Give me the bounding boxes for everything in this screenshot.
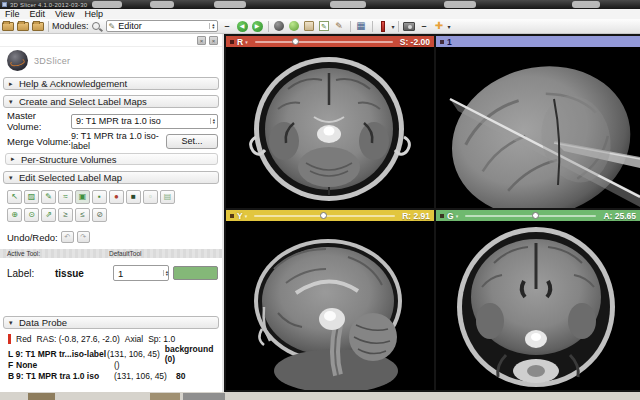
probe-spacing: Sp: 1.0: [148, 334, 175, 344]
editor-module-button[interactable]: ✎: [318, 21, 331, 32]
merge-volume-value: 9: T1 MPR tra 1.0 iso-label: [71, 131, 166, 151]
collapsed-arrow-icon: ▸: [9, 80, 15, 88]
main-toolbar: Modules: ✎ Editor ▴▾ – ◀ ▶ ✎ ✎ ▦ ▾ – ✚ ▾: [0, 19, 640, 34]
pushpin-icon[interactable]: [440, 40, 444, 44]
identify-islands-button[interactable]: ▪: [92, 190, 107, 204]
annotation-button[interactable]: ✎: [333, 21, 346, 32]
paint-effect-button[interactable]: ▨: [24, 190, 39, 204]
redo-button[interactable]: ↷: [77, 231, 90, 243]
volumes-module-button[interactable]: [303, 21, 316, 32]
crosshair-button[interactable]: [377, 21, 390, 32]
label-number-spinbox[interactable]: 1 ▴▾: [113, 265, 169, 281]
create-select-labelmaps-section-header[interactable]: ▾ Create and Select Label Maps: [3, 95, 219, 108]
green-slice-controller-bar[interactable]: G ▾ A: 25.65: [436, 210, 640, 221]
slicer-logo-row: 3DSlicer: [0, 47, 222, 74]
green-view-label: G: [447, 211, 454, 221]
grow-cut-effect-button[interactable]: ▤: [160, 190, 175, 204]
toolbar-separator: [350, 21, 351, 32]
titlebar-decoration: [444, 1, 476, 8]
combobox-spinner-icon[interactable]: ▴▾: [209, 23, 214, 29]
undo-button[interactable]: ↶: [61, 231, 74, 243]
extensions-menu-caret-icon[interactable]: ▾: [448, 23, 451, 30]
threshold-above-button[interactable]: ≥: [58, 208, 73, 222]
view-menu-caret-icon[interactable]: ▾: [456, 213, 459, 219]
red-slice-viewport[interactable]: R ▾ S: -2.00: [226, 36, 434, 208]
menu-view[interactable]: View: [50, 9, 79, 19]
dilate-effect-button[interactable]: ⊙: [24, 208, 39, 222]
undock-panel-icon[interactable]: ×: [209, 36, 218, 45]
load-data-button[interactable]: [1, 21, 14, 32]
probe-ras-coords: RAS: (-0.8, 27.6, -2.0): [37, 334, 120, 344]
green-slice-offset-slider[interactable]: [465, 215, 596, 217]
change-label-button[interactable]: ⊘: [92, 208, 107, 222]
spinbox-arrows-icon[interactable]: ▴▾: [163, 270, 168, 276]
data-module-button[interactable]: [288, 21, 301, 32]
menu-help[interactable]: Help: [79, 9, 108, 19]
undo-redo-row: Undo/Redo: ↶ ↷: [7, 231, 222, 243]
editor-tools-row-1: ↖ ▨ ✎ ≈ ▣ ▪ ● ■ ▫ ▤: [7, 190, 222, 204]
wand-effect-button[interactable]: ⇗: [41, 208, 56, 222]
view-menu-caret-icon[interactable]: ▾: [245, 39, 248, 45]
yellow-slice-offset-slider[interactable]: [254, 215, 395, 217]
rectangle-effect-button[interactable]: ▣: [75, 190, 90, 204]
status-bar: [0, 392, 640, 400]
yellow-slice-viewport[interactable]: Y ▾ R: 2.91: [226, 210, 434, 390]
extensions-button[interactable]: ✚: [433, 21, 446, 32]
threeD-render-image[interactable]: [436, 47, 640, 208]
coronal-slice-image[interactable]: [436, 221, 640, 390]
default-tool-button[interactable]: ↖: [7, 190, 22, 204]
save-island-button[interactable]: ▫: [143, 190, 158, 204]
slider-handle[interactable]: [320, 212, 327, 219]
menu-file[interactable]: File: [0, 9, 25, 19]
level-tracing-effect-button[interactable]: ≈: [58, 190, 73, 204]
set-merge-volume-button[interactable]: Set...: [166, 134, 218, 149]
threshold-below-button[interactable]: ≤: [75, 208, 90, 222]
label-number-value: 1: [118, 268, 163, 279]
module-selector-combobox[interactable]: ✎ Editor ▴▾: [106, 20, 218, 32]
pushpin-icon[interactable]: [230, 40, 234, 44]
edit-labelmap-section-header[interactable]: ▾ Edit Selected Label Map: [3, 171, 219, 184]
module-forward-button[interactable]: ▶: [251, 21, 264, 32]
home-module-button[interactable]: [273, 21, 286, 32]
menu-edit[interactable]: Edit: [25, 9, 51, 19]
scene-views-button[interactable]: –: [418, 21, 431, 32]
combobox-spinner-icon[interactable]: ▴▾: [210, 118, 215, 124]
axial-slice-image[interactable]: [226, 47, 434, 208]
save-data-button[interactable]: [31, 21, 44, 32]
red-slice-offset-slider[interactable]: [255, 41, 393, 43]
change-island-button[interactable]: ●: [109, 190, 124, 204]
sagittal-slice-image[interactable]: [226, 221, 434, 390]
module-back-button[interactable]: ◀: [236, 21, 249, 32]
layout-selector-button[interactable]: ▦: [355, 21, 368, 32]
module-history-button[interactable]: –: [221, 21, 234, 32]
screenshot-button[interactable]: [403, 21, 416, 32]
module-search-button[interactable]: [90, 21, 103, 32]
master-volume-combobox[interactable]: 9: T1 MPR tra 1.0 iso ▴▾: [71, 114, 218, 129]
threeD-view-controller-bar[interactable]: 1: [436, 36, 640, 47]
remove-islands-button[interactable]: ■: [126, 190, 141, 204]
pin-panel-icon[interactable]: ×: [197, 36, 206, 45]
crosshair-menu-caret-icon[interactable]: ▾: [392, 23, 395, 30]
view-menu-caret-icon[interactable]: ▾: [245, 213, 248, 219]
erode-effect-button[interactable]: ⊕: [7, 208, 22, 222]
titlebar-decoration: [330, 1, 366, 8]
red-view-label: R: [237, 37, 243, 47]
pushpin-icon[interactable]: [440, 214, 444, 218]
pushpin-icon[interactable]: [230, 214, 234, 218]
load-dicom-button[interactable]: [16, 21, 29, 32]
red-slice-controller-bar[interactable]: R ▾ S: -2.00: [226, 36, 434, 47]
label-color-swatch[interactable]: [173, 266, 218, 280]
slider-handle[interactable]: [532, 212, 539, 219]
help-acknowledgement-section-header[interactable]: ▸ Help & Acknowledgement: [3, 77, 219, 90]
load-data-icon: [2, 22, 14, 31]
slider-handle[interactable]: [292, 38, 299, 45]
window-titlebar[interactable]: 3D Slicer 4.1.0-2012-03-30: [0, 0, 640, 9]
green-slice-viewport[interactable]: G ▾ A: 25.65: [436, 210, 640, 390]
threeD-view-label: 1: [447, 37, 452, 47]
threeD-viewport[interactable]: 1: [436, 36, 640, 208]
probe-layer-table: L 9: T1 MPR tr...iso-label (131, 106, 45…: [8, 348, 222, 381]
data-probe-section-header[interactable]: ▾ Data Probe: [3, 316, 219, 329]
draw-effect-button[interactable]: ✎: [41, 190, 56, 204]
yellow-slice-controller-bar[interactable]: Y ▾ R: 2.91: [226, 210, 434, 221]
per-structure-volumes-section-header[interactable]: ▸ Per-Structure Volumes: [5, 153, 218, 165]
